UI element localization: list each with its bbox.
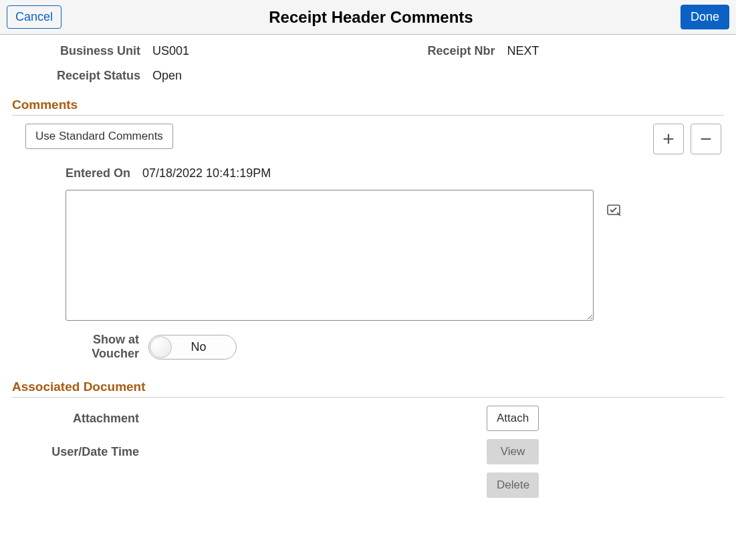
receipt-status-value: Open xyxy=(152,69,370,83)
comment-textarea[interactable] xyxy=(66,190,594,321)
comments-controls: Use Standard Comments + − xyxy=(12,124,724,154)
modal-header: Cancel Receipt Header Comments Done xyxy=(0,0,736,35)
receipt-nbr-value: NEXT xyxy=(507,44,725,58)
header-info-grid: Business Unit US001 Receipt Nbr NEXT Rec… xyxy=(12,44,724,83)
spellcheck-icon[interactable] xyxy=(607,203,622,219)
comments-section-title: Comments xyxy=(12,98,724,116)
receipt-nbr-label: Receipt Nbr xyxy=(382,44,495,58)
show-at-voucher-label: Show at Voucher xyxy=(72,333,139,361)
cancel-button[interactable]: Cancel xyxy=(7,5,62,29)
business-unit-label: Business Unit xyxy=(27,44,140,58)
plus-icon: + xyxy=(662,129,674,149)
entered-on-label: Entered On xyxy=(66,166,130,180)
content-area: Business Unit US001 Receipt Nbr NEXT Rec… xyxy=(0,35,736,511)
row-controls: + − xyxy=(653,124,721,154)
minus-icon: − xyxy=(700,129,712,149)
receipt-status-label: Receipt Status xyxy=(27,69,140,83)
done-button[interactable]: Done xyxy=(681,5,729,29)
user-date-time-label: User/Date Time xyxy=(12,445,139,459)
add-row-button[interactable]: + xyxy=(653,124,684,154)
attach-button[interactable]: Attach xyxy=(487,406,539,431)
view-button: View xyxy=(487,439,539,464)
toggle-knob xyxy=(150,336,172,358)
entered-on-value: 07/18/2022 10:41:19PM xyxy=(142,166,271,180)
show-at-voucher-toggle[interactable]: No xyxy=(148,335,237,360)
delete-row-button[interactable]: − xyxy=(691,124,721,154)
associated-document-grid: Attachment Attach User/Date Time View De… xyxy=(12,406,724,498)
entered-on-row: Entered On 07/18/2022 10:41:19PM xyxy=(12,166,724,180)
associated-document-section-title: Associated Document xyxy=(12,380,724,398)
delete-button: Delete xyxy=(487,472,539,498)
business-unit-value: US001 xyxy=(152,44,370,58)
page-title: Receipt Header Comments xyxy=(62,8,681,27)
show-at-voucher-row: Show at Voucher No xyxy=(12,333,724,361)
use-standard-comments-button[interactable]: Use Standard Comments xyxy=(25,124,173,149)
attachment-label: Attachment xyxy=(12,412,139,426)
comment-textarea-row xyxy=(12,190,724,321)
